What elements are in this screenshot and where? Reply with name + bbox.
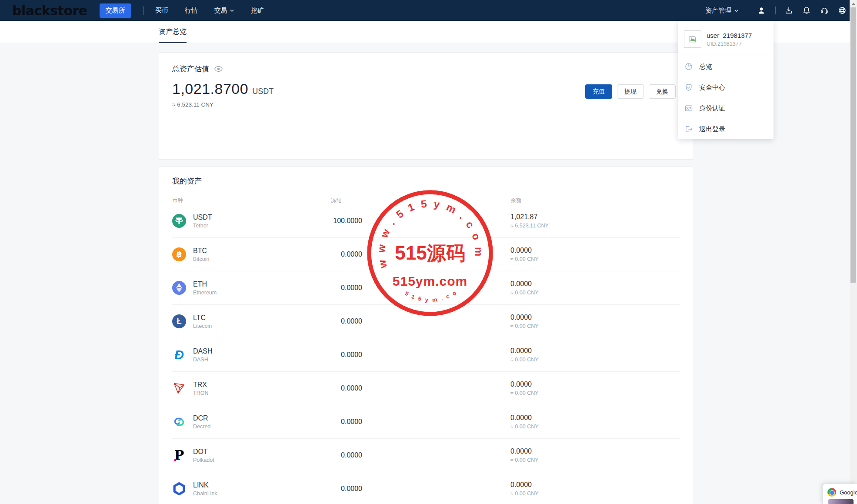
usdt-icon bbox=[172, 214, 186, 228]
shield-check-icon bbox=[684, 83, 693, 92]
exchange-button[interactable]: 兑换 bbox=[649, 84, 676, 99]
tab-asset-overview[interactable]: 资产总览 bbox=[159, 21, 187, 43]
total-asset-card: 总资产估值 1,021.8700USDT ≈ 6,523.11 CNY 充值 提… bbox=[159, 52, 693, 160]
balance-value: 1,021.87 bbox=[510, 213, 680, 221]
balance-value: 0.0000 bbox=[510, 414, 680, 422]
dash-icon: Đ bbox=[172, 348, 186, 362]
link-icon bbox=[172, 482, 186, 496]
col-balance: 余额 bbox=[366, 197, 680, 204]
menu-item-overview[interactable]: 总览 bbox=[678, 56, 774, 77]
nav-link-mining[interactable]: 挖矿 bbox=[251, 7, 264, 15]
support-headset-icon[interactable] bbox=[820, 6, 829, 15]
ltc-icon: Ł bbox=[172, 314, 186, 328]
id-card-icon bbox=[684, 104, 693, 113]
frozen-value: 0.0000 bbox=[331, 351, 366, 359]
balance-value: 0.0000 bbox=[510, 481, 680, 489]
balance-cny: ≈ 0.00 CNY bbox=[510, 390, 680, 396]
balance-cny: ≈ 0.00 CNY bbox=[510, 491, 680, 497]
table-row: LINKChainLink 0.0000 0.0000≈ 0.00 CNY bbox=[172, 472, 680, 504]
my-assets-card: 我的资产 币种 冻结 余额 USDTTether 100.0000 1,021.… bbox=[159, 167, 693, 504]
balance-cny: ≈ 0.00 CNY bbox=[510, 457, 680, 463]
nav-divider bbox=[143, 6, 144, 15]
language-globe-icon[interactable] bbox=[838, 6, 847, 15]
frozen-value: 0.0000 bbox=[331, 418, 366, 426]
nav-divider bbox=[775, 7, 776, 14]
trx-icon bbox=[172, 381, 186, 395]
logout-icon bbox=[684, 125, 693, 134]
dot-icon: P bbox=[172, 448, 186, 462]
bell-icon[interactable] bbox=[802, 6, 811, 15]
withdraw-button[interactable]: 提现 bbox=[617, 84, 644, 99]
user-info: user_21981377 UID:21981377 bbox=[678, 21, 774, 54]
frozen-value: 0.0000 bbox=[331, 384, 366, 392]
person-icon bbox=[757, 6, 766, 15]
col-frozen: 冻结 bbox=[331, 197, 366, 204]
menu-item-logout[interactable]: 退出登录 bbox=[678, 119, 774, 140]
brand-logo: blackstore bbox=[12, 3, 87, 18]
balance-cny: ≈ 0.00 CNY bbox=[510, 323, 680, 329]
top-navbar: blackstore 交易所 买币 行情 交易 挖矿 资产管理 bbox=[0, 0, 857, 21]
menu-item-identity-verification[interactable]: 身份认证 bbox=[678, 98, 774, 119]
dcr-icon bbox=[172, 415, 186, 429]
balance-value: 0.0000 bbox=[510, 347, 680, 355]
frozen-value: 0.0000 bbox=[331, 284, 366, 292]
balance-value: 0.0000 bbox=[510, 447, 680, 455]
tab-exchange[interactable]: 交易所 bbox=[100, 3, 131, 18]
avatar bbox=[684, 30, 701, 48]
balance-cny: ≈ 0.00 CNY bbox=[510, 290, 680, 296]
username: user_21981377 bbox=[707, 32, 752, 39]
balance-cny: ≈ 0.00 CNY bbox=[510, 256, 680, 262]
frozen-value: 100.0000 bbox=[331, 217, 366, 225]
frozen-value: 0.0000 bbox=[331, 485, 366, 493]
overview-clock-icon bbox=[684, 62, 693, 71]
table-row: TRXTRON 0.0000 0.0000≈ 0.00 CNY bbox=[172, 372, 680, 405]
chevron-down-icon bbox=[230, 8, 234, 13]
frozen-value: 0.0000 bbox=[331, 250, 366, 258]
balance-cny: ≈ 0.00 CNY bbox=[510, 357, 680, 363]
nav-link-markets[interactable]: 行情 bbox=[185, 7, 198, 15]
eth-icon bbox=[172, 281, 186, 295]
total-asset-title: 总资产估值 bbox=[172, 64, 209, 74]
total-asset-fiat: ≈ 6,523.11 CNY bbox=[172, 101, 680, 108]
table-row: Đ DASHDASH 0.0000 0.0000≈ 0.00 CNY bbox=[172, 338, 680, 372]
eye-icon[interactable] bbox=[214, 64, 223, 73]
table-row: ฿ BTCBitcoin 0.0000 0.0000≈ 0.00 CNY bbox=[172, 238, 680, 271]
scrollbar-up-button[interactable] bbox=[850, 0, 857, 7]
total-asset-currency: USDT bbox=[252, 87, 273, 96]
user-dropdown-panel: user_21981377 UID:21981377 总览 安全中心 身份认证 … bbox=[678, 21, 774, 139]
my-assets-title: 我的资产 bbox=[172, 167, 680, 186]
col-coin: 币种 bbox=[172, 197, 331, 204]
download-icon[interactable] bbox=[784, 6, 793, 15]
asset-management-menu[interactable]: 资产管理 bbox=[705, 7, 739, 15]
table-row: DCRDecred 0.0000 0.0000≈ 0.00 CNY bbox=[172, 405, 680, 439]
scrollbar bbox=[850, 0, 857, 504]
balance-value: 0.0000 bbox=[510, 280, 680, 288]
table-row: USDTTether 100.0000 1,021.87≈ 6,523.11 C… bbox=[172, 204, 680, 238]
balance-value: 0.0000 bbox=[510, 314, 680, 321]
user-uid: UID:21981377 bbox=[707, 41, 752, 47]
frozen-value: 0.0000 bbox=[331, 451, 366, 459]
scrollbar-thumb[interactable] bbox=[850, 7, 856, 283]
balance-value: 0.0000 bbox=[510, 381, 680, 388]
assets-table-header: 币种 冻结 余额 bbox=[172, 197, 680, 204]
deposit-button[interactable]: 充值 bbox=[585, 84, 612, 99]
btc-icon: ฿ bbox=[172, 247, 186, 261]
browser-notification-popup[interactable]: Google C bbox=[822, 484, 857, 504]
balance-value: 0.0000 bbox=[510, 247, 680, 254]
menu-item-security-center[interactable]: 安全中心 bbox=[678, 77, 774, 98]
nav-link-buy-coin[interactable]: 买币 bbox=[155, 7, 168, 15]
nav-link-trade[interactable]: 交易 bbox=[214, 7, 234, 15]
chevron-down-icon bbox=[734, 8, 739, 13]
chrome-icon bbox=[827, 488, 836, 497]
balance-cny: ≈ 6,523.11 CNY bbox=[510, 223, 680, 229]
user-avatar-button[interactable] bbox=[757, 6, 766, 15]
table-row: P DOTPolkadot 0.0000 0.0000≈ 0.00 CNY bbox=[172, 439, 680, 472]
table-row: ETHEthereum 0.0000 0.0000≈ 0.00 CNY bbox=[172, 271, 680, 305]
balance-cny: ≈ 0.00 CNY bbox=[510, 424, 680, 430]
popup-text: Google C bbox=[840, 489, 857, 496]
frozen-value: 0.0000 bbox=[331, 317, 366, 325]
table-row: Ł LTCLitecoin 0.0000 0.0000≈ 0.00 CNY bbox=[172, 305, 680, 338]
popup-thumbnail bbox=[828, 499, 854, 504]
